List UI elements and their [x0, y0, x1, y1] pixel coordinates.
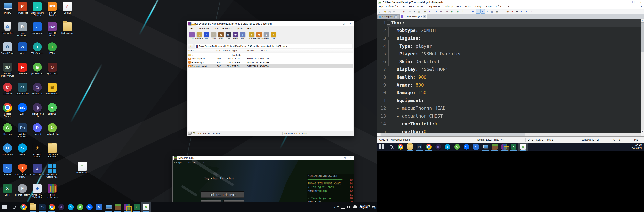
speaker-icon[interactable] — [347, 206, 350, 208]
desktop-icon-portrait-3-64-bit[interactable]: ◎Portrait+ 3(64 bit) — [30, 103, 45, 122]
toolbar-macro-stop-button[interactable]: ■ — [515, 9, 519, 14]
tab-thorbosslv1-yml[interactable]: Thorbosslv1.yml✕ — [399, 14, 428, 19]
tab-close-icon[interactable]: ✕ — [394, 15, 398, 18]
desktop-icon-update-fplus[interactable]: ↻Update FPlus — [45, 123, 60, 142]
menu-item-file[interactable]: File — [189, 27, 196, 30]
menu-item-m-h-a[interactable]: Mã hóa — [416, 5, 427, 8]
column-header-size[interactable]: Size — [212, 49, 222, 53]
maximize-button[interactable]: □ — [340, 21, 347, 26]
toolbar-indent-guide-button[interactable]: ≡ — [480, 9, 485, 14]
menu-item-macro[interactable]: Macro — [464, 5, 474, 8]
start-button[interactable] — [377, 143, 386, 151]
toolbar-redo-button[interactable]: ↷ — [434, 9, 438, 14]
toolbar-print-button[interactable]: ≣ — [408, 9, 412, 14]
taskbar-app-excel[interactable]: X — [132, 202, 141, 212]
search-button[interactable] — [386, 143, 396, 151]
scroll-right-arrow[interactable]: ► — [641, 133, 644, 136]
toolbar-doc-map-button[interactable]: ▧ — [490, 9, 494, 14]
desktop-icon-powerpoint[interactable]: PPowerPoint — [15, 2, 30, 21]
column-header-crc32[interactable]: CRC32 — [259, 49, 270, 53]
search-button[interactable] — [10, 202, 19, 212]
up-folder-button[interactable]: ⬆ — [188, 44, 194, 48]
desktop-icon-recycle-bin[interactable]: ♻Recycle Bin — [0, 22, 15, 42]
winrar-toolbar-find[interactable]: ⊚Find — [224, 31, 232, 44]
notepadpp-titlebar[interactable]: C:\Users\Admin\Desktop\Thorbosslv1.yml -… — [377, 0, 644, 4]
winrar-toolbar-view[interactable]: ∞View — [210, 31, 217, 44]
scrollbar-thumb[interactable] — [381, 133, 525, 136]
desktop-icon-fplussched[interactable]: +FPlusSched... — [30, 42, 45, 62]
toolbar-function-list-button[interactable]: ƒ — [485, 9, 490, 14]
desktop-icon-zalo[interactable]: ZaloZalo — [15, 103, 30, 122]
desktop-icon-skills-mythicmo[interactable]: skills mythicmo... — [45, 184, 60, 203]
menu-item-commands[interactable]: Commands — [196, 27, 212, 30]
taskbar-app-photoshop[interactable]: Ps — [415, 143, 424, 151]
menu-item-plugins[interactable]: Plugins — [483, 5, 494, 8]
menu-item-xem[interactable]: Xem — [407, 5, 416, 8]
desktop-icon-quickcpu[interactable]: QQuickCPU — [45, 62, 60, 82]
winrar-toolbar-wizard[interactable]: ★Wizard — [232, 31, 239, 44]
close-button[interactable]: ✕ — [637, 0, 644, 4]
toolbar-close-all-button[interactable]: ⊗ — [402, 9, 406, 14]
restore-button[interactable]: ❐ — [630, 0, 637, 4]
start-button[interactable] — [0, 202, 10, 212]
desktop-icon-cheat-engine[interactable]: CECheat Engine — [15, 82, 30, 102]
menu-item-tools[interactable]: Tools — [212, 27, 221, 30]
taskbar-app-purple-orb-app[interactable]: ◍ — [434, 143, 443, 151]
desktop-icon-c-c-c-c[interactable]: CCốc Cốc — [0, 123, 15, 142]
menu-item-tools[interactable]: Tools — [454, 5, 464, 8]
menu-item-options[interactable]: Options — [234, 27, 246, 30]
toolbar-zoom-in-button[interactable]: ⊕ — [450, 9, 454, 14]
tab-config-yml[interactable]: config.yml✕ — [377, 14, 399, 19]
back-to-game-button[interactable]: Trở lại trò chơi — [201, 192, 244, 198]
taskbar-app-minecraft[interactable] — [490, 143, 500, 151]
tray-v-icon[interactable]: V — [337, 206, 339, 208]
desktop-icon-foxit-pdf-editor[interactable]: PDFFoxit PDF Editor — [45, 22, 60, 42]
taskbar-app-skype[interactable]: S — [443, 143, 452, 151]
desktop-icon-bkav-pro-2021-intern[interactable]: +Bkav Pro 2021 Intern... — [15, 163, 30, 183]
toolbar-paste-button[interactable]: ▤ — [423, 9, 428, 14]
desktop-icon-wondershare-filmora[interactable]: »Wondershare Filmora — [30, 2, 45, 21]
toolbar-sync-v-scroll-button[interactable]: ⇅ — [460, 9, 464, 14]
taskbar-app-zalo[interactable]: Zalo — [85, 202, 94, 212]
taskbar-app-chrome[interactable] — [396, 143, 405, 151]
toolbar-cut-button[interactable]: ✂ — [412, 9, 417, 14]
tray-chevron-icon[interactable]: ∧ — [334, 206, 335, 208]
desktop-icon-format-factory[interactable]: FFormat Factory — [15, 184, 30, 203]
desktop-icon-cpuid-cpu-z[interactable]: ZCPUID CPU-Z — [30, 163, 45, 183]
toolbar-sync-h-scroll-button[interactable]: ⇄ — [466, 9, 471, 14]
minimize-button[interactable]: – — [334, 21, 340, 26]
tab-close-icon[interactable]: ✕ — [423, 15, 426, 18]
menu-item-?[interactable]: ? — [506, 5, 510, 8]
fold-collapse-box[interactable]: − — [387, 37, 390, 40]
toolbar-zoom-out-button[interactable]: ⊖ — [456, 9, 460, 14]
menu-item-ch-nh-s-a[interactable]: Chỉnh sửa — [384, 5, 399, 8]
fold-collapse-box[interactable]: − — [387, 21, 390, 24]
file-row-enderdragon.txt[interactable]: SEnderDragon.txt694428TXT File10/11/2020… — [188, 60, 353, 64]
column-header-packed[interactable]: Packed — [222, 49, 231, 53]
toolbar-save-file-button[interactable]: ▣ — [388, 9, 392, 14]
taskbar-app-photoshop[interactable]: Ps — [38, 202, 47, 212]
desktop-icon-mp3tag[interactable]: ✓Mp3tag — [60, 2, 74, 21]
toolbar-copy-button[interactable]: ▥ — [417, 9, 421, 14]
toolbar-macro-save-button[interactable]: ▼ — [524, 9, 528, 14]
toolbar-macro-multi-run-button[interactable]: ≫ — [529, 9, 533, 14]
winrar-titlebar[interactable]: Boss Dragon By NamNewbie123.rar (only 3 … — [187, 21, 354, 26]
taskbar-app-file-explorer[interactable] — [28, 202, 38, 212]
winrar-toolbar-delete[interactable]: ✕Delete — [217, 31, 224, 44]
desktop-icon-likeplus[interactable]: ♥LikePlus — [45, 103, 60, 122]
desktop-icon-this-pc[interactable]: This PC — [0, 2, 15, 21]
file-row-skilldragon.txt[interactable]: SSkillDragon.txt390295TXT File8/11/2020 … — [188, 57, 353, 60]
maximize-button[interactable]: □ — [342, 156, 348, 160]
desktop-icon-foxit-pdf-reader[interactable]: PDFFoxit PDF Reader — [45, 2, 60, 21]
winrar-toolbar-sfx[interactable]: ↑SFX — [270, 31, 277, 44]
toolbar-undo-button[interactable]: ↶ — [428, 9, 432, 14]
desktop-icon-discord[interactable]: DDiscord — [30, 123, 45, 142]
winrar-toolbar-extract-to[interactable]: →Extract To — [196, 31, 203, 44]
winrar-toolbar-add[interactable]: +Add — [188, 31, 196, 44]
desktop-icon-fplus[interactable]: +FPlus — [45, 42, 60, 62]
scrollbar-thumb[interactable] — [641, 22, 644, 52]
desktop-icon-oracle-vm-virtualbox[interactable]: ◆Oracle VM VirtualBox — [30, 184, 45, 203]
toolbar-monitoring-button[interactable]: ◉ — [506, 9, 510, 14]
doc-close-x-button[interactable]: ✕ — [640, 5, 642, 8]
winrar-toolbar-virusscan[interactable]: VVirusScan — [248, 31, 256, 44]
